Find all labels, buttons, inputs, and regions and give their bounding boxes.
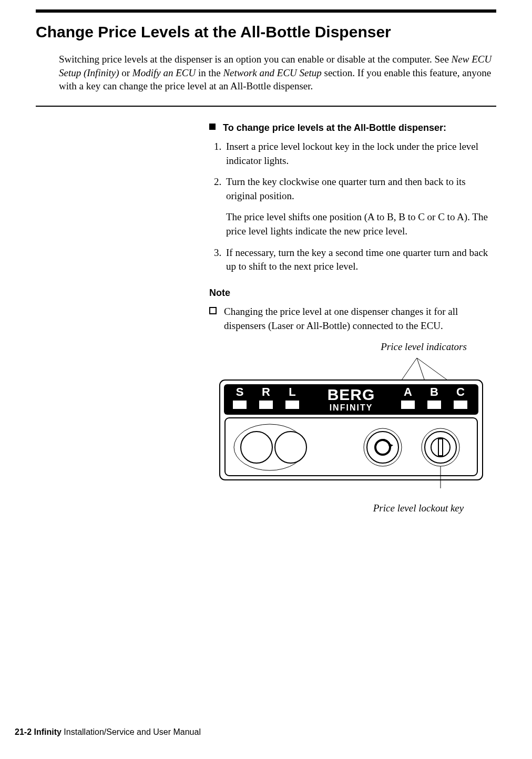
svg-rect-13 <box>259 400 273 409</box>
svg-point-25 <box>275 432 306 463</box>
top-rule <box>36 9 496 13</box>
note-item: Changing the price level at one dispense… <box>209 305 496 333</box>
svg-rect-14 <box>285 400 300 409</box>
callout-top: Price level indicators <box>361 340 487 354</box>
page-footer: 21-2 Infinity Installation/Service and U… <box>15 726 201 738</box>
svg-text:BERG: BERG <box>328 386 375 403</box>
step-item: Insert a price level lockout key in the … <box>224 140 496 168</box>
task-heading: To change price levels at the All-Bottle… <box>209 121 496 135</box>
svg-rect-21 <box>427 400 442 409</box>
svg-text:B: B <box>430 385 438 398</box>
square-bullet-icon <box>209 124 216 130</box>
intro-paragraph: Switching price levels at the dispenser … <box>59 53 496 93</box>
step-item: If necessary, turn the key a second time… <box>224 246 496 274</box>
svg-text:C: C <box>456 385 465 398</box>
hollow-square-icon <box>209 307 217 314</box>
svg-rect-33 <box>438 439 443 456</box>
svg-text:R: R <box>262 385 270 398</box>
steps-list: Insert a price level lockout key in the … <box>209 140 496 274</box>
svg-rect-22 <box>453 400 468 409</box>
dispenser-svg: S R L BERG INFINITY A B C <box>209 358 493 495</box>
svg-text:L: L <box>289 385 295 398</box>
dispenser-diagram: Price level indicators S R L <box>209 358 496 516</box>
svg-text:A: A <box>404 385 412 398</box>
svg-text:INFINITY: INFINITY <box>330 403 373 412</box>
note-list: Changing the price level at one dispense… <box>209 305 496 333</box>
page-title: Change Price Levels at the All-Bottle Di… <box>36 21 496 43</box>
svg-rect-20 <box>401 400 415 409</box>
svg-text:S: S <box>236 385 244 398</box>
svg-rect-12 <box>232 400 247 409</box>
section-rule <box>36 106 496 107</box>
note-heading: Note <box>209 286 496 300</box>
callout-bottom: Price level lockout key <box>341 501 496 516</box>
svg-point-24 <box>241 432 272 463</box>
step-item: Turn the key clockwise one quarter turn … <box>224 175 496 238</box>
